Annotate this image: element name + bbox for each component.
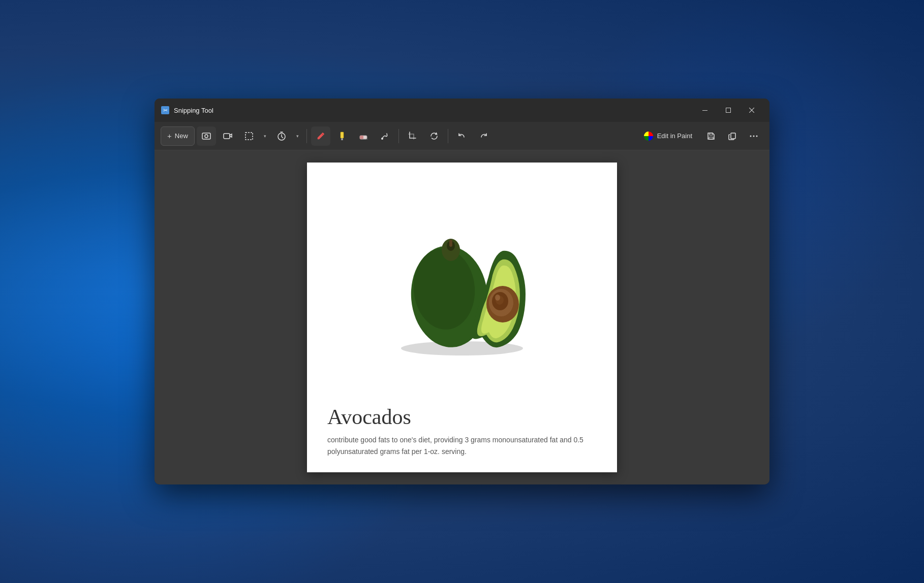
app-title: Snipping Tool xyxy=(174,107,693,114)
screenshot-mode-button[interactable] xyxy=(197,126,216,146)
close-button[interactable] xyxy=(740,102,763,118)
svg-rect-11 xyxy=(341,132,344,138)
svg-point-18 xyxy=(750,135,752,137)
delay-group: ▾ xyxy=(272,126,302,146)
minimize-button[interactable] xyxy=(693,102,717,118)
avocado-image-area xyxy=(307,163,617,405)
svg-text:✂: ✂ xyxy=(163,107,168,113)
more-options-button[interactable] xyxy=(744,126,763,146)
delay-button[interactable] xyxy=(272,126,291,146)
content-area: Avocados contribute good fats to one's d… xyxy=(155,150,769,484)
avocado-text-area: Avocados contribute good fats to one's d… xyxy=(307,405,617,472)
save-button[interactable] xyxy=(701,126,721,146)
svg-rect-6 xyxy=(202,133,210,139)
titlebar: ✂ Snipping Tool xyxy=(155,99,769,122)
svg-rect-3 xyxy=(726,108,731,113)
edit-in-paint-label: Edit in Paint xyxy=(657,132,692,140)
redo-button[interactable] xyxy=(474,126,493,146)
highlighter-button[interactable] xyxy=(332,126,352,146)
screenshot-canvas: Avocados contribute good fats to one's d… xyxy=(307,163,617,472)
window-controls xyxy=(693,102,763,118)
app-icon: ✂ xyxy=(161,106,170,115)
svg-point-31 xyxy=(495,295,500,301)
pen-button[interactable] xyxy=(311,126,330,146)
maximize-button[interactable] xyxy=(717,102,740,118)
delay-dropdown[interactable]: ▾ xyxy=(292,126,302,146)
avocado-illustration xyxy=(376,208,548,360)
svg-point-19 xyxy=(753,135,755,137)
svg-rect-17 xyxy=(731,133,735,139)
chevron-down-icon: ▾ xyxy=(264,134,266,139)
svg-point-14 xyxy=(381,138,383,140)
snip-shape-group: ▾ xyxy=(239,126,270,146)
snip-shape-dropdown[interactable]: ▾ xyxy=(260,126,270,146)
video-mode-button[interactable] xyxy=(218,126,237,146)
svg-point-20 xyxy=(756,135,758,137)
snip-shape-button[interactable] xyxy=(239,126,259,146)
separator-2 xyxy=(398,129,399,143)
svg-rect-13 xyxy=(360,136,363,139)
edit-in-paint-button[interactable]: Edit in Paint xyxy=(637,126,699,146)
chevron-down-icon-delay: ▾ xyxy=(296,134,299,139)
avocado-description: contribute good fats to one's diet, prov… xyxy=(327,434,597,457)
plus-icon: + xyxy=(167,132,172,140)
svg-rect-26 xyxy=(449,240,452,247)
toolbar: + New ▾ xyxy=(155,122,769,150)
new-button[interactable]: + New xyxy=(161,126,195,146)
copy-button[interactable] xyxy=(723,126,742,146)
new-label: New xyxy=(175,132,188,140)
paint-icon xyxy=(644,132,653,141)
svg-rect-2 xyxy=(702,110,707,111)
avocado-title: Avocados xyxy=(327,405,597,429)
eraser-button[interactable] xyxy=(354,126,373,146)
crop-button[interactable] xyxy=(403,126,422,146)
snipping-tool-window: ✂ Snipping Tool + New xyxy=(155,99,769,484)
touch-write-button[interactable] xyxy=(375,126,394,146)
separator-3 xyxy=(448,129,448,143)
svg-point-7 xyxy=(205,135,208,138)
separator-1 xyxy=(306,129,307,143)
svg-rect-8 xyxy=(224,134,230,139)
svg-rect-9 xyxy=(245,133,253,140)
undo-button[interactable] xyxy=(452,126,472,146)
rotate-button[interactable] xyxy=(424,126,444,146)
